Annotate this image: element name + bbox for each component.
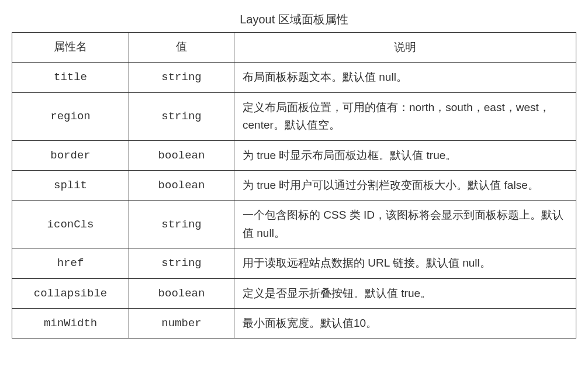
prop-name: split [12,170,129,200]
header-value: 值 [129,33,234,63]
table-row: minWidthnumber最小面板宽度。默认值10。 [12,308,576,338]
prop-name: title [12,63,129,92]
prop-desc: 最小面板宽度。默认值10。 [234,308,576,338]
table-caption: Layout 区域面板属性 [12,12,576,27]
prop-desc: 为 true 时显示布局面板边框。默认值 true。 [234,140,576,170]
header-desc: 说明 [234,33,576,63]
header-row: 属性名 值 说明 [12,33,576,63]
prop-desc: 为 true 时用户可以通过分割栏改变面板大小。默认值 false。 [234,170,576,200]
prop-desc: 一个包含图标的 CSS 类 ID，该图标将会显示到面板标题上。默认值 null。 [234,201,576,248]
prop-value: boolean [129,278,234,308]
prop-desc: 定义是否显示折叠按钮。默认值 true。 [234,278,576,308]
table-row: hrefstring用于读取远程站点数据的 URL 链接。默认值 null。 [12,248,576,278]
table-row: borderboolean为 true 时显示布局面板边框。默认值 true。 [12,140,576,170]
prop-name: border [12,140,129,170]
table-row: regionstring定义布局面板位置，可用的值有：north，south，e… [12,92,576,140]
table-row: splitboolean为 true 时用户可以通过分割栏改变面板大小。默认值 … [12,170,576,200]
prop-value: string [129,92,234,140]
prop-value: string [129,201,234,248]
prop-value: string [129,63,234,92]
prop-name: iconCls [12,201,129,248]
prop-name: minWidth [12,308,129,338]
prop-desc: 布局面板标题文本。默认值 null。 [234,63,576,92]
prop-value: boolean [129,170,234,200]
prop-value: boolean [129,140,234,170]
header-name: 属性名 [12,33,129,63]
properties-table: 属性名 值 说明 titlestring布局面板标题文本。默认值 null。re… [12,32,576,338]
table-row: titlestring布局面板标题文本。默认值 null。 [12,63,576,92]
prop-value: string [129,248,234,278]
prop-desc: 用于读取远程站点数据的 URL 链接。默认值 null。 [234,248,576,278]
prop-name: href [12,248,129,278]
table-row: iconClsstring一个包含图标的 CSS 类 ID，该图标将会显示到面板… [12,201,576,248]
prop-name: collapsible [12,278,129,308]
table-row: collapsibleboolean定义是否显示折叠按钮。默认值 true。 [12,278,576,308]
prop-desc: 定义布局面板位置，可用的值有：north，south，east，west，cen… [234,92,576,140]
prop-name: region [12,92,129,140]
prop-value: number [129,308,234,338]
